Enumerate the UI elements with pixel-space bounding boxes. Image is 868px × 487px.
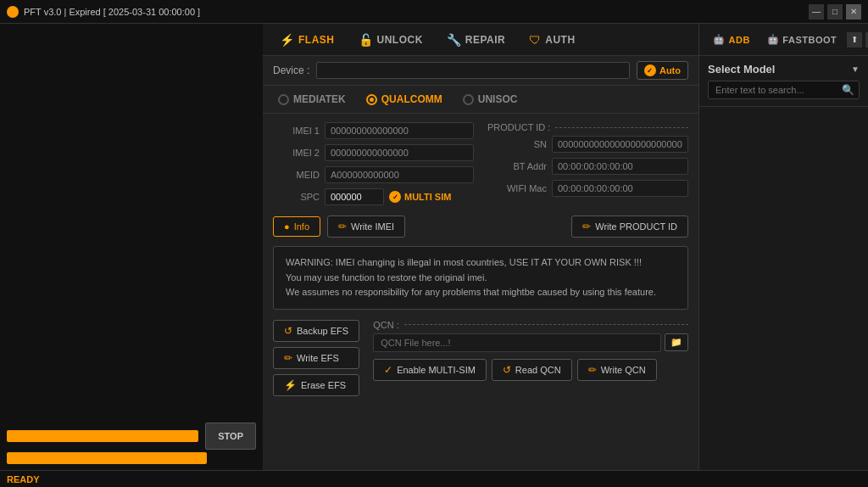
- tab-mediatek[interactable]: MEDIATEK: [273, 91, 351, 108]
- write-efs-icon: ✏: [284, 352, 292, 364]
- qcn-input-row: 📁: [373, 333, 688, 352]
- minimize-button[interactable]: —: [809, 4, 824, 20]
- warning-line1: WARNING: IMEI changing is illegal in mos…: [286, 255, 676, 271]
- select-model-row: Select Model ▼: [708, 63, 860, 76]
- enable-multi-sim-button[interactable]: ✓ Enable MULTI-SIM: [373, 359, 487, 381]
- device-bar: Device : ✓ Auto: [263, 56, 698, 86]
- read-qcn-icon: ↺: [503, 364, 511, 376]
- progress-label-2: 100%: [96, 454, 118, 463]
- select-model-label: Select Model: [708, 63, 775, 76]
- progress-bar-1-bg: 100%: [7, 430, 198, 442]
- device-select[interactable]: [316, 62, 630, 79]
- right-panel: 🤖 ADB 🤖 FASTBOOT ⬆ 📋 Select Model ▼ 🔍: [698, 24, 868, 470]
- close-button[interactable]: ✕: [846, 4, 861, 20]
- multi-sim[interactable]: ✓ MULTI SIM: [389, 191, 451, 203]
- search-row: 🔍: [708, 81, 860, 99]
- form-grid: IMEI 1 IMEI 2 MEID SPC: [273, 122, 688, 205]
- write-product-icon: ✏: [582, 221, 591, 232]
- auth-icon: 🛡: [529, 33, 541, 47]
- wifi-mac-input[interactable]: [552, 180, 688, 197]
- imei1-row: IMEI 1: [273, 122, 474, 139]
- radio-mediatek: [278, 94, 289, 105]
- titlebar: PFT v3.0 | Expired [ 2025-03-31 00:00:00…: [0, 0, 868, 24]
- product-id-line: [555, 127, 688, 128]
- write-qcn-icon: ✏: [588, 364, 597, 376]
- multi-sim-check-icon: ✓: [389, 191, 401, 203]
- radio-unisoc: [463, 94, 474, 105]
- qcn-browse-button[interactable]: 📁: [665, 333, 688, 351]
- chip-tabs: MEDIATEK QUALCOMM UNISOC: [263, 86, 698, 114]
- upload-button[interactable]: ⬆: [847, 32, 862, 48]
- auto-button[interactable]: ✓ Auto: [637, 61, 688, 80]
- write-imei-button[interactable]: ✏ Write IMEI: [327, 216, 405, 238]
- erase-efs-label: Erase EFS: [301, 380, 346, 390]
- left-panel: 100% STOP 100%: [0, 24, 263, 470]
- sn-input[interactable]: [552, 136, 688, 153]
- flash-icon: ⚡: [280, 33, 294, 47]
- erase-efs-icon: ⚡: [284, 379, 297, 391]
- write-imei-icon: ✏: [338, 221, 347, 232]
- progress-bar-2-fill: 100%: [7, 452, 207, 464]
- wifi-row: WIFI Mac: [487, 180, 688, 197]
- imei2-input[interactable]: [325, 144, 474, 161]
- search-icon: 🔍: [842, 84, 854, 96]
- read-qcn-label: Read QCN: [515, 365, 561, 375]
- write-efs-label: Write EFS: [297, 353, 339, 363]
- fastboot-button[interactable]: 🤖 FASTBOOT: [760, 31, 843, 48]
- backup-efs-button[interactable]: ↺ Backup EFS: [273, 320, 359, 342]
- nav-flash-label: FLASH: [298, 34, 335, 46]
- write-product-id-button[interactable]: ✏ Write PRODUCT ID: [571, 216, 688, 238]
- imei1-input[interactable]: [325, 122, 474, 139]
- adb-button[interactable]: 🤖 ADB: [706, 31, 757, 48]
- main-container: 100% STOP 100% ⚡ FLASH: [0, 24, 868, 470]
- backup-efs-icon: ↺: [284, 325, 292, 337]
- info-button[interactable]: ● Info: [273, 216, 320, 237]
- enable-multi-sim-label: Enable MULTI-SIM: [397, 365, 476, 375]
- action-row: ● Info ✏ Write IMEI ✏ Write PRODUCT ID: [273, 216, 688, 238]
- left-fields: IMEI 1 IMEI 2 MEID SPC: [273, 122, 474, 205]
- qcn-file-input[interactable]: [373, 333, 661, 352]
- wifi-mac-label: WIFI Mac: [487, 183, 547, 193]
- nav-repair-label: REPAIR: [465, 34, 505, 46]
- qcn-section: QCN : 📁 ✓ Enable MULTI-SIM ↺: [373, 320, 688, 381]
- bt-addr-input[interactable]: [552, 158, 688, 175]
- write-imei-label: Write IMEI: [351, 221, 394, 232]
- nav-unlock[interactable]: 🔓 UNLOCK: [348, 29, 433, 51]
- nav-repair[interactable]: 🔧 REPAIR: [437, 29, 515, 51]
- maximize-button[interactable]: □: [827, 4, 843, 20]
- read-qcn-button[interactable]: ↺ Read QCN: [492, 359, 572, 381]
- model-search-input[interactable]: [708, 81, 860, 99]
- backup-efs-label: Backup EFS: [297, 326, 348, 336]
- right-fields: PRODUCT ID : SN BT Addr WIFI Mac: [487, 122, 688, 205]
- write-qcn-button[interactable]: ✏ Write QCN: [577, 359, 657, 381]
- imei2-label: IMEI 2: [273, 148, 320, 158]
- auto-check-icon: ✓: [644, 64, 656, 76]
- bt-row: BT Addr: [487, 158, 688, 175]
- erase-efs-button[interactable]: ⚡ Erase EFS: [273, 374, 359, 396]
- chevron-down-icon: ▼: [851, 64, 860, 74]
- enable-ms-icon: ✓: [384, 364, 392, 376]
- adb-label: ADB: [729, 35, 750, 45]
- write-efs-button[interactable]: ✏ Write EFS: [273, 347, 359, 369]
- fastboot-label: FASTBOOT: [782, 35, 837, 45]
- tab-unisoc[interactable]: UNISOC: [458, 91, 523, 108]
- meid-row: MEID: [273, 166, 474, 183]
- qcn-line: [404, 324, 688, 325]
- product-id-row: PRODUCT ID :: [487, 122, 688, 132]
- auto-label: Auto: [659, 65, 681, 76]
- repair-icon: 🔧: [447, 33, 461, 47]
- adb-icon: 🤖: [713, 34, 726, 45]
- spc-input[interactable]: [325, 188, 384, 205]
- stop-button[interactable]: STOP: [205, 423, 256, 450]
- nav-auth[interactable]: 🛡 AUTH: [519, 29, 585, 51]
- nav-flash[interactable]: ⚡ FLASH: [270, 29, 345, 51]
- tab-qualcomm[interactable]: QUALCOMM: [361, 91, 448, 108]
- write-qcn-label: Write QCN: [601, 365, 646, 375]
- spc-row: SPC ✓ MULTI SIM: [273, 188, 474, 205]
- warning-line3: We assumes no responsibility for any pro…: [286, 285, 676, 300]
- meid-input[interactable]: [325, 166, 474, 183]
- center-panel: ⚡ FLASH 🔓 UNLOCK 🔧 REPAIR 🛡 AUTH Device …: [263, 24, 698, 470]
- progress-bar-1-fill: 100%: [7, 430, 198, 442]
- imei2-row: IMEI 2: [273, 144, 474, 161]
- info-label: Info: [294, 221, 309, 232]
